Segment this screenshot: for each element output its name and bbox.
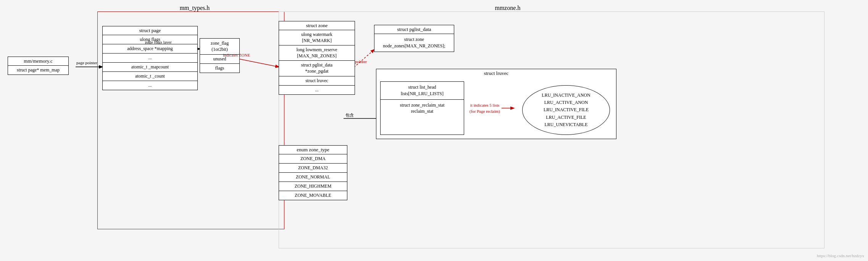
pointer-label: pointer [355, 59, 367, 64]
diagram-container: mm_types.h mmzone.h mm/memory.c struct p… [0, 0, 868, 261]
lruvec-field-1: struct zone_reclaim_stat reclaim_stat [381, 99, 464, 117]
lru-item-2: LRU_INACTIVE_FILE [544, 106, 589, 113]
struct-lruvec-box: struct lruvec struct list_head lists[NR_… [376, 69, 616, 139]
struct-page-title: struct page [103, 26, 197, 35]
struct-pglist-title: struct pglist_data [374, 25, 454, 34]
struct-zone-row-3: struct lruvec [279, 76, 355, 85]
watermark: https://blog.csdn.net/hzdzyx [817, 253, 864, 258]
lru-item-0: LRU_INACTIVE_ANON [542, 92, 590, 99]
struct-pglist-box: struct pglist_data struct zone node_zone… [374, 25, 454, 52]
zone-type-row-3: ZONE_HIGHMEM [279, 182, 347, 191]
struct-zone-box: struct zone ulong watermark [NR_WMARK] l… [279, 21, 355, 95]
struct-zone-title: struct zone [279, 21, 355, 30]
struct-pglist-row: struct zone node_zones[MAX_NR_ZONES]; [374, 34, 454, 52]
mmzone-label: mmzone.h [495, 5, 520, 11]
it-indicates-label: it indicates 5 lists (for Page reclaim) [469, 102, 500, 115]
enum-zone-type-box: enum zone_type ZONE_DMA ZONE_DMA32 ZONE_… [279, 145, 347, 200]
struct-zone-row-1: long lowmem_reserve [MAX_NR_ZONES] [279, 45, 355, 60]
lru-item-1: LRU_ACTIVE_ANON [544, 99, 588, 106]
baoh-label: 包含 [345, 112, 354, 118]
zone-type-row-1: ZONE_DMA32 [279, 163, 347, 172]
struct-zone-row-0: ulong watermark [NR_WMARK] [279, 30, 355, 45]
struct-page-box: struct page ulong flags address_space *m… [102, 26, 198, 90]
page-flags-layer-label: page flags layer [145, 40, 172, 44]
zone-flag-row: zone_flag (1or2bit) [200, 39, 239, 54]
zone-type-row-2: ZONE_NORMAL [279, 172, 347, 182]
zone-type-row-0: ZONE_DMA [279, 154, 347, 163]
zone-type-row-4: ZONE_MOVABLE [279, 191, 347, 200]
page-pointer-label: page pointer [76, 60, 97, 65]
lruvec-field-0: struct list_head lists[NR_LRU_LISTS] [381, 82, 464, 99]
lru-item-4: LRU_UNEVICTABLE [545, 121, 588, 128]
section-mm-types: mm_types.h [134, 5, 256, 11]
struct-zone-row-2: struct pglist_data *zone_pgdat [279, 60, 355, 76]
source-file-field: struct page* mem_map [8, 65, 68, 75]
struct-page-row-2: ... [103, 53, 197, 62]
lru-item-3: LRU_ACTIVE_FILE [546, 114, 586, 121]
struct-page-row-5: ... [103, 81, 197, 90]
it-indicates-arrow [502, 104, 517, 112]
struct-page-row-4: atomic_t _count [103, 71, 197, 81]
lru-ellipse: LRU_INACTIVE_ANON LRU_ACTIVE_ANON LRU_IN… [522, 85, 610, 135]
struct-lruvec-title: struct lruvec [376, 69, 616, 78]
indicates-zone-label: indicates ZONE [223, 53, 250, 57]
source-file-box: mm/memory.c struct page* mem_map [8, 57, 69, 75]
source-file-label: mm/memory.c [8, 57, 68, 65]
struct-page-row-3: atomic_t _mapcount [103, 62, 197, 71]
struct-zone-row-4: ... [279, 85, 355, 94]
flags-row: flags [200, 63, 239, 73]
lruvec-fields-box: struct list_head lists[NR_LRU_LISTS] str… [380, 81, 464, 135]
struct-page-row-1: address_space *mapping [103, 44, 197, 53]
mm-types-label: mm_types.h [180, 5, 210, 11]
enum-zone-type-title: enum zone_type [279, 146, 347, 154]
section-mmzone: mmzone.h [374, 5, 641, 11]
